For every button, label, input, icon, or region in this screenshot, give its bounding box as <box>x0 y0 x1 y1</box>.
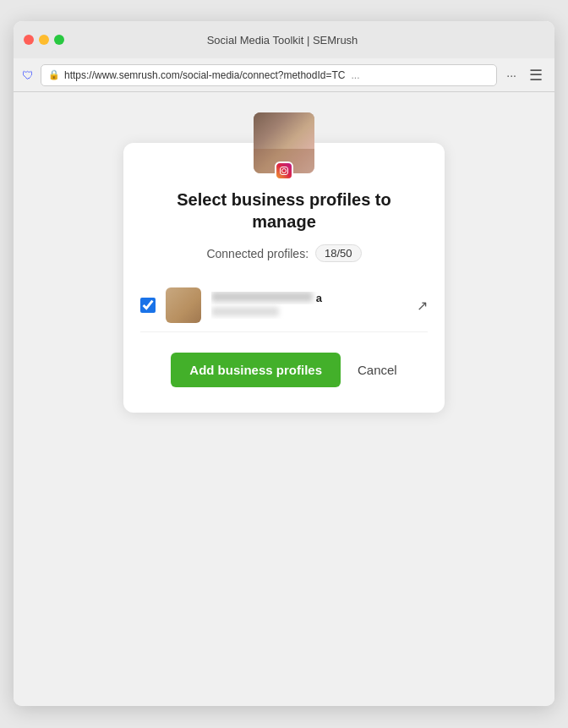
profile-avatar <box>166 287 201 323</box>
profile-checkbox[interactable] <box>140 298 156 313</box>
profile-name-suffix: a <box>316 292 322 304</box>
avatar-wrapper <box>254 112 314 173</box>
browser-window: Social Media Toolkit | SEMrush 🛡 🔒 https… <box>14 21 554 706</box>
external-link-icon[interactable]: ↗ <box>417 298 428 314</box>
profile-name-blur <box>211 292 313 302</box>
profile-list: a ↗ <box>123 279 445 332</box>
lock-icon: 🔒 <box>48 69 60 80</box>
connected-count-badge: 18/50 <box>315 244 362 262</box>
instagram-badge <box>275 161 293 180</box>
address-bar-row: 🛡 🔒 https://www.semrush.com/social-media… <box>14 58 554 92</box>
profile-info: a <box>211 292 407 319</box>
connected-profiles-row: Connected profiles: 18/50 <box>206 244 361 262</box>
profile-checkbox-wrap[interactable] <box>140 298 156 313</box>
connected-label: Connected profiles: <box>206 247 309 260</box>
profile-handle <box>211 307 407 319</box>
profile-handle-blur <box>211 307 279 316</box>
title-bar: Social Media Toolkit | SEMrush <box>14 21 554 58</box>
cancel-button[interactable]: Cancel <box>358 363 397 377</box>
instagram-icon <box>280 167 288 175</box>
browser-title: Social Media Toolkit | SEMrush <box>20 34 544 47</box>
url-text: https://www.semrush.com/social-media/con… <box>64 69 345 81</box>
shield-icon: 🛡 <box>22 68 34 82</box>
browser-menu-icon[interactable]: ☰ <box>526 66 546 85</box>
modal-actions: Add business profiles Cancel <box>171 353 396 387</box>
modal-card: Select business profiles to manage Conne… <box>123 143 445 413</box>
url-more-button[interactable]: ··· <box>504 68 519 82</box>
add-business-profiles-button[interactable]: Add business profiles <box>171 353 341 387</box>
address-bar[interactable]: 🔒 https://www.semrush.com/social-media/c… <box>41 64 497 86</box>
profile-name: a <box>211 292 407 304</box>
url-ellipsis: ... <box>351 69 359 81</box>
page-content: Select business profiles to manage Conne… <box>14 92 554 706</box>
profile-item: a ↗ <box>140 279 428 332</box>
modal-title: Select business profiles to manage <box>123 189 445 233</box>
